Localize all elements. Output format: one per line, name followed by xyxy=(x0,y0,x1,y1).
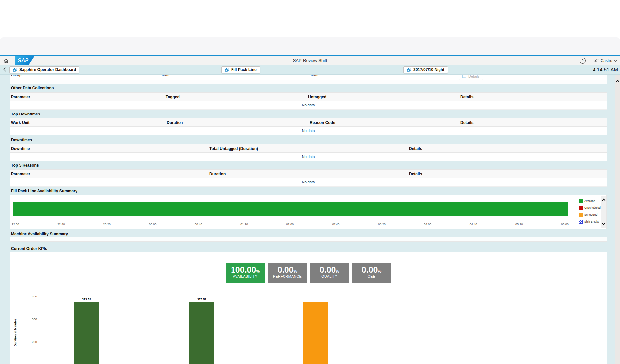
table-top5-reasons: Parameter Duration Details No data xyxy=(10,169,607,187)
table-other-data-collections: Parameter Tagged Untagged Details No dat… xyxy=(10,92,607,110)
chevron-down-icon xyxy=(614,60,617,62)
chart-scrollbar[interactable] xyxy=(601,196,606,228)
y-axis-tick-label: 200 xyxy=(23,340,37,344)
time-tick-label: 01:20 xyxy=(240,223,248,226)
chart-legend: AvailableUnscheduledScheduledShift Break… xyxy=(579,197,601,225)
table-row: No data xyxy=(10,101,607,110)
legend-item: Shift Breaks xyxy=(579,218,601,225)
legend-label: Available xyxy=(584,199,595,203)
detail-icon xyxy=(462,75,466,78)
line-button[interactable]: Fill Pack Line xyxy=(221,66,260,73)
kpi-value: 100.00 xyxy=(231,265,256,274)
chart-bar xyxy=(189,302,214,364)
machine-availability-empty-strip xyxy=(10,237,607,242)
time-tick-label: 00:00 xyxy=(149,223,157,226)
column-header: Tagged xyxy=(166,95,180,99)
windows-icon xyxy=(225,68,229,72)
sap-logo-text: SAP xyxy=(18,58,28,63)
kpi-unit: % xyxy=(294,269,297,274)
shift-button[interactable]: 2017/07/10 Night xyxy=(403,66,448,73)
column-header: Duration xyxy=(209,172,226,176)
windows-icon xyxy=(13,68,17,72)
section-title-machine-availability: Machine Availability Summary xyxy=(11,232,68,236)
time-tick-label: 06:00 xyxy=(561,223,569,226)
scrap-parameter: Scrap xyxy=(11,75,21,77)
column-header: Downtime xyxy=(11,146,30,151)
column-header: Total Untagged (Duration) xyxy=(209,146,258,151)
column-header: Details xyxy=(460,120,473,125)
dashboard-button[interactable]: Sapphire Operator Dashboard xyxy=(9,66,79,73)
column-header: Duration xyxy=(167,120,183,125)
scrap-tagged-value: 0.00 xyxy=(162,75,169,77)
column-header: Work Unit xyxy=(11,120,29,125)
legend-swatch xyxy=(579,213,583,217)
time-tick-label: 00:40 xyxy=(195,223,202,226)
kpi-label: PERFORMANCE xyxy=(268,274,307,278)
table-header-row: Downtime Total Untagged (Duration) Detai… xyxy=(10,144,607,153)
column-header: Parameter xyxy=(11,172,30,176)
empty-row-text: No data xyxy=(302,180,315,184)
time-axis: 22:0022:4023:2000:0000:4001:2002:0002:40… xyxy=(10,223,600,228)
section-title-availability-summary: Fill Pack Line Availability Summary xyxy=(11,189,78,193)
legend-swatch xyxy=(579,199,583,203)
column-header: Details xyxy=(409,146,422,151)
column-header: Details xyxy=(409,172,422,176)
section-title-current-order-kpis: Current Order KPIs xyxy=(11,246,47,251)
back-chevron-icon xyxy=(3,67,7,72)
user-name: Castro xyxy=(601,58,612,63)
kpi-panel: 100.00% AVAILABILITY 0.00% PERFORMANCE 0… xyxy=(10,252,607,364)
time-tick-label: 04:00 xyxy=(424,223,431,226)
kpi-label: AVAILABILITY xyxy=(226,274,265,278)
table-row: No data xyxy=(10,127,607,135)
kpi-label: QUALITY xyxy=(310,274,349,278)
table-row: No data xyxy=(10,178,607,187)
scroll-up-icon[interactable] xyxy=(616,79,620,83)
time-tick-label: 22:00 xyxy=(12,223,19,226)
y-axis-tick-label: 300 xyxy=(23,317,37,321)
content-area: Scrap 0.00 0.00 Details Other Data Colle… xyxy=(0,75,615,364)
user-menu[interactable]: Castro xyxy=(594,58,617,63)
user-icon xyxy=(594,58,599,63)
back-button[interactable] xyxy=(1,67,8,73)
kpi-tile-quality: 0.00% QUALITY xyxy=(310,263,349,283)
bar-value-label: 373.52 xyxy=(74,298,99,301)
browser-window-top xyxy=(0,37,620,55)
table-header-row: Parameter Tagged Untagged Details xyxy=(10,92,607,101)
section-title-top5-reasons: Top 5 Reasons xyxy=(11,163,39,168)
table-row-scrap-clipped: Scrap 0.00 0.00 Details xyxy=(10,75,607,80)
reference-line xyxy=(74,302,328,302)
kpi-label: OEE xyxy=(352,274,391,278)
kpi-value: 0.00 xyxy=(278,265,294,274)
content-scrollbar[interactable] xyxy=(615,75,620,364)
table-top-downtimes: Work Unit Duration Reason Code Details N… xyxy=(10,118,607,135)
kpi-value: 0.00 xyxy=(320,265,336,274)
shift-button-label: 2017/07/10 Night xyxy=(413,68,444,72)
scroll-down-icon[interactable] xyxy=(602,222,606,225)
time-tick-label: 22:40 xyxy=(57,223,65,226)
details-button-label: Details xyxy=(468,75,480,78)
empty-row-text: No data xyxy=(302,103,315,107)
legend-swatch xyxy=(579,206,583,210)
help-icon[interactable]: ? xyxy=(580,58,586,64)
windows-icon xyxy=(407,68,411,72)
time-tick-label: 02:00 xyxy=(286,223,294,226)
legend-label: Shift Breaks xyxy=(584,220,599,223)
availability-bar-available xyxy=(13,202,568,216)
time-tick-label: 04:40 xyxy=(470,223,477,226)
time-tick-label: 05:20 xyxy=(515,223,523,226)
table-header-row: Parameter Duration Details xyxy=(10,169,607,178)
time-tick-label: 23:20 xyxy=(103,223,111,226)
details-button[interactable]: Details xyxy=(459,75,483,80)
availability-plot-area xyxy=(10,195,600,221)
table-downtimes: Downtime Total Untagged (Duration) Detai… xyxy=(10,144,607,161)
kpi-unit: % xyxy=(336,269,339,274)
divider xyxy=(12,58,12,64)
home-button[interactable] xyxy=(2,57,10,65)
home-icon xyxy=(4,58,9,63)
legend-label: Unscheduled xyxy=(584,206,601,209)
page-title: SAP-Review Shift xyxy=(293,58,327,63)
table-footer-strip xyxy=(10,80,607,84)
time-tick-label: 02:40 xyxy=(332,223,340,226)
section-title-other-data-collections: Other Data Collections xyxy=(11,86,54,90)
scroll-up-icon[interactable] xyxy=(602,198,606,201)
